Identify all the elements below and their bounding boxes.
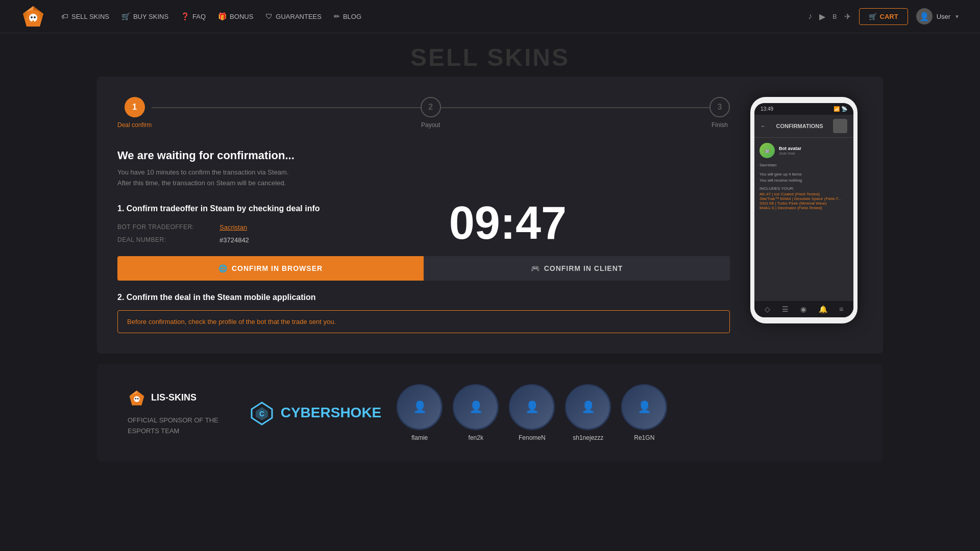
nav-bonus[interactable]: 🎁BONUS <box>218 12 253 20</box>
sponsor-name: LIS-SKINS <box>151 392 197 403</box>
buy-icon: 🛒 <box>121 12 130 20</box>
nav-blog[interactable]: ✏BLOG <box>334 12 361 20</box>
phone-item-3: SSG 08 | Turbo Peek (Minimal Wear) <box>760 201 848 206</box>
phone-sacristan: Sacristan <box>760 162 848 168</box>
waiting-title: We are waiting for confirmation... <box>117 149 730 162</box>
team-section: C CYBERSHOKE 👤 flamie 👤 fen2k 👤 <box>249 384 852 441</box>
cart-button[interactable]: 🛒 CART <box>859 8 908 25</box>
nav-buy-skins[interactable]: 🛒BUY SKINS <box>121 12 168 20</box>
cybershoke-logo: C CYBERSHOKE <box>249 400 382 425</box>
player-avatar-re1gn: 👤 <box>621 384 667 430</box>
player-avatar-fen2k: 👤 <box>453 384 499 430</box>
waiting-section: We are waiting for confirmation... You h… <box>117 149 730 189</box>
svg-point-12 <box>135 398 136 399</box>
faq-icon: ❓ <box>181 12 189 20</box>
chevron-down-icon: ▼ <box>954 14 960 19</box>
phone-nav-4[interactable]: 🔔 <box>819 305 827 313</box>
nav-faq[interactable]: ❓FAQ <box>181 12 206 20</box>
step-label-1: Deal confirm <box>117 121 152 129</box>
confirm-browser-button[interactable]: 🌐 CONFIRM IN BROWSER <box>117 256 424 281</box>
sponsor-section: LIS-SKINS OFFICIAL SPONSOR OF THE ESPORT… <box>128 389 218 437</box>
cybershoke-name: CYBERSHOKE <box>281 405 382 421</box>
waiting-desc: You have 10 minutes to confirm the trans… <box>117 167 730 189</box>
deal-value: #3724842 <box>219 236 249 244</box>
svg-text:C: C <box>259 410 264 418</box>
phone-bot-row: 🤖 Bot avatar Just now <box>760 143 848 158</box>
logo-icon <box>20 4 46 29</box>
phone-mockup: 13:49 📶 📡 ← CONFIRMATIONS 🤖 <box>750 97 857 323</box>
player-sh1nejezzz: 👤 sh1nejezzz <box>565 384 611 441</box>
user-name: User <box>937 13 950 20</box>
main-content: 1 Deal confirm 2 Payout 3 Finish We are <box>97 77 883 354</box>
nav-guarantees[interactable]: 🛡GUARANTEES <box>265 12 322 20</box>
cybershoke-icon: C <box>249 400 275 425</box>
phone-item-1: AK-47 | Ice Coaled (Field-Tested) <box>760 192 848 196</box>
warning-box: Before confirmation, check the profile o… <box>117 310 730 333</box>
step-2: 2 Payout <box>421 97 441 129</box>
logo[interactable] <box>20 4 46 29</box>
bonus-icon: 🎁 <box>218 12 227 20</box>
section-2-title: 2. Confirm the deal in the Steam mobile … <box>117 293 730 302</box>
vk-icon[interactable]: в <box>832 12 837 21</box>
blog-icon: ✏ <box>334 12 340 20</box>
phone-bottom-nav: ◇ ☰ ◉ 🔔 ≡ <box>754 301 853 317</box>
phone-back-icon[interactable]: ← <box>761 123 766 129</box>
phone-includes: INCLUDES YOUR: <box>760 186 848 192</box>
confirm-client-button[interactable]: 🎮 CONFIRM IN CLIENT <box>424 256 730 281</box>
step-circle-3: 3 <box>709 97 730 117</box>
step-label-2: Payout <box>421 121 440 129</box>
sponsor-logo: LIS-SKINS <box>128 389 218 407</box>
phone-bot-name: Bot avatar <box>779 146 848 151</box>
section-2: 2. Confirm the deal in the Steam mobile … <box>117 293 730 333</box>
player-avatar-fenomen: 👤 <box>509 384 555 430</box>
youtube-icon[interactable]: ▶ <box>819 12 825 21</box>
phone-nav-1[interactable]: ◇ <box>765 305 770 313</box>
player-avatar-sh1nejezzz: 👤 <box>565 384 611 430</box>
globe-icon: 🌐 <box>218 264 228 272</box>
svg-point-5 <box>34 16 36 18</box>
nav-sell-skins[interactable]: 🏷SELL SKINS <box>61 12 109 20</box>
player-name-fenomen: FenomeN <box>519 434 546 441</box>
phone-nav-5[interactable]: ≡ <box>839 305 843 313</box>
step-label-3: Finish <box>712 121 728 129</box>
player-fenomen: 👤 FenomeN <box>509 384 555 441</box>
header-right: ♪ ▶ в ✈ 🛒 CART 👤 User ▼ <box>808 8 960 25</box>
phone-content: 🤖 Bot avatar Just now Sacristan You will… <box>754 138 853 215</box>
phone-item-2: StarTrak™ M4A4 | Desolate Space (Field-T… <box>760 196 848 201</box>
social-icons: ♪ ▶ в ✈ <box>808 12 851 21</box>
players-list: 👤 flamie 👤 fen2k 👤 FenomeN 👤 <box>397 384 667 441</box>
cart-icon: 🛒 <box>869 13 877 20</box>
steps: 1 Deal confirm 2 Payout 3 Finish <box>117 97 730 129</box>
step-circle-1: 1 <box>125 97 145 117</box>
svg-point-11 <box>134 396 140 402</box>
phone-screen: 13:49 📶 📡 ← CONFIRMATIONS 🤖 <box>754 103 853 317</box>
player-name-flamie: flamie <box>411 434 428 441</box>
phone-msg2: You will receive nothing <box>760 178 848 184</box>
player-re1gn: 👤 Re1GN <box>621 384 667 441</box>
step-3: 3 Finish <box>709 97 730 129</box>
bot-value[interactable]: Sacristan <box>219 223 247 231</box>
phone-nav-3[interactable]: ◉ <box>800 305 806 313</box>
svg-point-4 <box>31 16 33 18</box>
step-1: 1 Deal confirm <box>117 97 152 129</box>
svg-point-13 <box>137 398 139 399</box>
header: 🏷SELL SKINS 🛒BUY SKINS ❓FAQ 🎁BONUS 🛡GUAR… <box>0 0 980 33</box>
user-area[interactable]: 👤 User ▼ <box>916 8 960 24</box>
player-name-re1gn: Re1GN <box>634 434 654 441</box>
guarantees-icon: 🛡 <box>265 12 273 20</box>
player-fen2k: 👤 fen2k <box>453 384 499 441</box>
avatar: 👤 <box>916 8 933 24</box>
section-1: 1. Confirm tradeoffer in Steam by checki… <box>117 204 730 244</box>
phone-msg1: You will give up 4 items <box>760 171 848 178</box>
telegram-icon[interactable]: ✈ <box>844 12 851 21</box>
tiktok-icon[interactable]: ♪ <box>808 12 812 21</box>
player-name-fen2k: fen2k <box>469 434 483 441</box>
sponsor-logo-icon <box>128 389 146 407</box>
player-flamie: 👤 flamie <box>397 384 443 441</box>
page-title: SELL SKINS <box>0 43 980 71</box>
steam-icon: 🎮 <box>531 264 540 272</box>
phone-nav-2[interactable]: ☰ <box>782 305 789 313</box>
phone-item-4: M4A1-S | Decimator (Field-Tested) <box>760 206 848 210</box>
sponsor-desc: OFFICIAL SPONSOR OF THE ESPORTS TEAM <box>128 415 218 437</box>
player-avatar-flamie: 👤 <box>397 384 443 430</box>
